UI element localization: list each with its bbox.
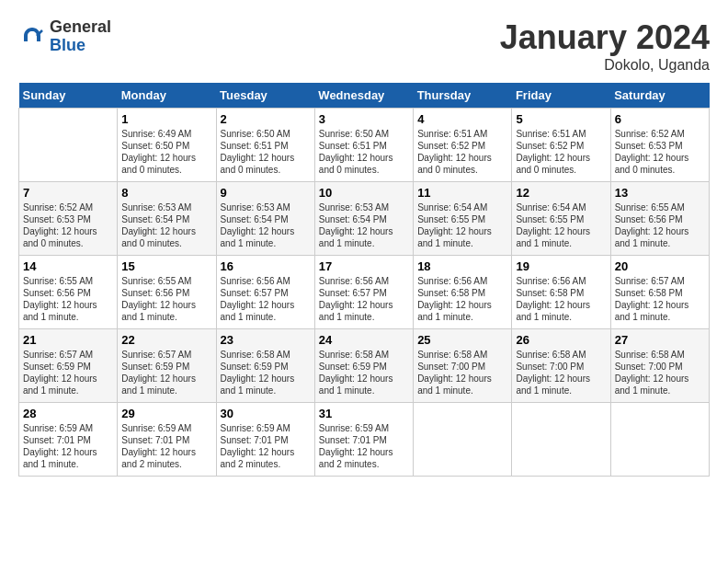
col-thursday: Thursday [414, 83, 512, 109]
day-number: 14 [23, 259, 113, 273]
logo: General Blue [18, 18, 111, 55]
day-info: Sunrise: 6:51 AMSunset: 6:52 PMDaylight:… [516, 128, 606, 176]
location: Dokolo, Uganda [500, 57, 710, 74]
week-row-2: 14Sunrise: 6:55 AMSunset: 6:56 PMDayligh… [19, 256, 710, 329]
day-number: 26 [516, 333, 606, 347]
calendar-cell: 9Sunrise: 6:53 AMSunset: 6:54 PMDaylight… [216, 182, 314, 256]
calendar-cell: 10Sunrise: 6:53 AMSunset: 6:54 PMDayligh… [314, 182, 413, 256]
calendar-cell: 24Sunrise: 6:58 AMSunset: 6:59 PMDayligh… [314, 329, 413, 403]
calendar-cell: 21Sunrise: 6:57 AMSunset: 6:59 PMDayligh… [19, 329, 118, 403]
calendar-cell [610, 403, 709, 477]
day-number: 7 [23, 186, 113, 200]
day-info: Sunrise: 6:59 AMSunset: 7:01 PMDaylight:… [23, 422, 113, 470]
day-number: 16 [221, 259, 311, 273]
day-number: 23 [221, 333, 311, 347]
calendar-cell: 15Sunrise: 6:55 AMSunset: 6:56 PMDayligh… [118, 256, 216, 329]
day-number: 19 [516, 259, 606, 273]
week-row-0: 1Sunrise: 6:49 AMSunset: 6:50 PMDaylight… [19, 109, 710, 182]
day-number: 18 [417, 259, 507, 273]
calendar-cell: 16Sunrise: 6:56 AMSunset: 6:57 PMDayligh… [216, 256, 314, 329]
day-number: 1 [121, 112, 211, 126]
col-monday: Monday [118, 83, 216, 109]
day-info: Sunrise: 6:55 AMSunset: 6:56 PMDaylight:… [615, 201, 705, 249]
day-info: Sunrise: 6:59 AMSunset: 7:01 PMDaylight:… [319, 422, 409, 470]
day-number: 11 [417, 186, 507, 200]
week-row-3: 21Sunrise: 6:57 AMSunset: 6:59 PMDayligh… [19, 329, 710, 403]
day-info: Sunrise: 6:58 AMSunset: 6:59 PMDaylight:… [319, 349, 409, 396]
day-info: Sunrise: 6:55 AMSunset: 6:56 PMDaylight:… [121, 275, 211, 323]
calendar-cell: 2Sunrise: 6:50 AMSunset: 6:51 PMDaylight… [216, 109, 314, 182]
calendar-cell: 7Sunrise: 6:52 AMSunset: 6:53 PMDaylight… [19, 182, 118, 256]
col-sunday: Sunday [19, 83, 118, 109]
calendar-table: Sunday Monday Tuesday Wednesday Thursday… [18, 83, 710, 477]
day-number: 2 [221, 112, 311, 126]
day-number: 12 [516, 186, 606, 200]
day-number: 17 [319, 259, 409, 273]
calendar-cell: 22Sunrise: 6:57 AMSunset: 6:59 PMDayligh… [118, 329, 216, 403]
calendar-cell: 19Sunrise: 6:56 AMSunset: 6:58 PMDayligh… [512, 256, 610, 329]
day-info: Sunrise: 6:56 AMSunset: 6:57 PMDaylight:… [319, 275, 409, 323]
day-info: Sunrise: 6:53 AMSunset: 6:54 PMDaylight:… [121, 201, 211, 249]
day-number: 5 [516, 112, 606, 126]
day-info: Sunrise: 6:58 AMSunset: 7:00 PMDaylight:… [615, 349, 705, 396]
day-info: Sunrise: 6:56 AMSunset: 6:58 PMDaylight:… [516, 275, 606, 323]
calendar-cell: 12Sunrise: 6:54 AMSunset: 6:55 PMDayligh… [512, 182, 610, 256]
calendar-cell: 25Sunrise: 6:58 AMSunset: 7:00 PMDayligh… [414, 329, 512, 403]
col-friday: Friday [512, 83, 610, 109]
calendar-cell: 30Sunrise: 6:59 AMSunset: 7:01 PMDayligh… [216, 403, 314, 477]
calendar-cell: 27Sunrise: 6:58 AMSunset: 7:00 PMDayligh… [610, 329, 709, 403]
logo-icon [18, 23, 46, 51]
col-saturday: Saturday [610, 83, 709, 109]
calendar-cell: 4Sunrise: 6:51 AMSunset: 6:52 PMDaylight… [414, 109, 512, 182]
day-info: Sunrise: 6:57 AMSunset: 6:59 PMDaylight:… [23, 349, 113, 396]
calendar-cell: 28Sunrise: 6:59 AMSunset: 7:01 PMDayligh… [19, 403, 118, 477]
calendar-cell: 3Sunrise: 6:50 AMSunset: 6:51 PMDaylight… [314, 109, 413, 182]
day-number: 30 [221, 407, 311, 420]
calendar-cell [512, 403, 610, 477]
day-number: 25 [417, 333, 507, 347]
calendar-cell: 18Sunrise: 6:56 AMSunset: 6:58 PMDayligh… [414, 256, 512, 329]
day-number: 9 [221, 186, 311, 200]
day-number: 29 [121, 407, 211, 420]
day-info: Sunrise: 6:54 AMSunset: 6:55 PMDaylight:… [417, 201, 507, 249]
day-info: Sunrise: 6:52 AMSunset: 6:53 PMDaylight:… [615, 128, 705, 176]
day-info: Sunrise: 6:58 AMSunset: 6:59 PMDaylight:… [221, 349, 311, 396]
calendar-cell: 14Sunrise: 6:55 AMSunset: 6:56 PMDayligh… [19, 256, 118, 329]
day-number: 20 [615, 259, 705, 273]
day-number: 15 [121, 259, 211, 273]
day-info: Sunrise: 6:58 AMSunset: 7:00 PMDaylight:… [516, 349, 606, 396]
day-info: Sunrise: 6:51 AMSunset: 6:52 PMDaylight:… [417, 128, 507, 176]
logo-text: General Blue [50, 18, 111, 55]
day-number: 31 [319, 407, 409, 420]
day-info: Sunrise: 6:55 AMSunset: 6:56 PMDaylight:… [23, 275, 113, 323]
day-info: Sunrise: 6:50 AMSunset: 6:51 PMDaylight:… [221, 128, 311, 176]
calendar-cell: 23Sunrise: 6:58 AMSunset: 6:59 PMDayligh… [216, 329, 314, 403]
day-info: Sunrise: 6:50 AMSunset: 6:51 PMDaylight:… [319, 128, 409, 176]
calendar-cell: 13Sunrise: 6:55 AMSunset: 6:56 PMDayligh… [610, 182, 709, 256]
day-number: 13 [615, 186, 705, 200]
calendar-cell: 5Sunrise: 6:51 AMSunset: 6:52 PMDaylight… [512, 109, 610, 182]
day-info: Sunrise: 6:56 AMSunset: 6:57 PMDaylight:… [221, 275, 311, 323]
day-info: Sunrise: 6:59 AMSunset: 7:01 PMDaylight:… [221, 422, 311, 470]
day-info: Sunrise: 6:59 AMSunset: 7:01 PMDaylight:… [121, 422, 211, 470]
title-block: January 2024 Dokolo, Uganda [500, 18, 710, 74]
day-info: Sunrise: 6:52 AMSunset: 6:53 PMDaylight:… [23, 201, 113, 249]
day-info: Sunrise: 6:53 AMSunset: 6:54 PMDaylight:… [221, 201, 311, 249]
day-number: 28 [23, 407, 113, 420]
day-number: 6 [615, 112, 705, 126]
calendar-cell: 20Sunrise: 6:57 AMSunset: 6:58 PMDayligh… [610, 256, 709, 329]
calendar-cell: 29Sunrise: 6:59 AMSunset: 7:01 PMDayligh… [118, 403, 216, 477]
calendar-cell [414, 403, 512, 477]
calendar-cell: 11Sunrise: 6:54 AMSunset: 6:55 PMDayligh… [414, 182, 512, 256]
day-info: Sunrise: 6:56 AMSunset: 6:58 PMDaylight:… [417, 275, 507, 323]
day-number: 10 [319, 186, 409, 200]
day-number: 3 [319, 112, 409, 126]
logo-general: General [50, 18, 111, 37]
day-info: Sunrise: 6:53 AMSunset: 6:54 PMDaylight:… [319, 201, 409, 249]
day-number: 24 [319, 333, 409, 347]
day-number: 27 [615, 333, 705, 347]
col-wednesday: Wednesday [314, 83, 413, 109]
month-title: January 2024 [500, 18, 710, 57]
day-info: Sunrise: 6:58 AMSunset: 7:00 PMDaylight:… [417, 349, 507, 396]
day-number: 22 [121, 333, 211, 347]
